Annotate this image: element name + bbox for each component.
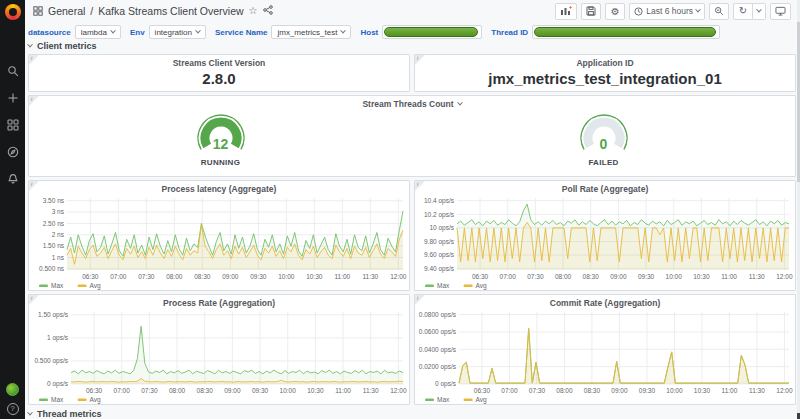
- process-latency-chart[interactable]: 3.50 ns3 ns2.50 ns2 ns1.50 ns1 ns0.500 n…: [29, 194, 409, 292]
- svg-text:10:00: 10:00: [666, 387, 683, 394]
- top-nav: General / Kafka Streams Client Overview …: [25, 0, 797, 22]
- svg-text:09:00: 09:00: [224, 387, 241, 394]
- svg-text:08:30: 08:30: [583, 273, 600, 280]
- svg-text:07:00: 07:00: [110, 273, 127, 280]
- row-client-metrics[interactable]: Client metrics: [28, 41, 97, 51]
- panel-title[interactable]: Poll Rate (Aggregate): [415, 184, 795, 194]
- svg-text:10 ops/s: 10 ops/s: [429, 224, 454, 232]
- time-range-picker[interactable]: Last 6 hours: [629, 3, 705, 20]
- variable-label-service-name: Service Name: [215, 28, 267, 37]
- variable-dropdown-env[interactable]: integration: [149, 25, 206, 39]
- svg-text:11:00: 11:00: [335, 387, 351, 394]
- gauge-failed-value: 0: [412, 136, 795, 152]
- thread-id-value-masked: [534, 27, 716, 37]
- zoom-out-icon: [714, 6, 724, 16]
- favorite-star-icon[interactable]: ☆: [249, 6, 258, 16]
- gauge-failed: 0 FAILED: [412, 112, 795, 167]
- panel-streams-client-version: i Streams Client Version 2.8.0: [28, 54, 410, 92]
- chevron-down-icon: [457, 100, 463, 106]
- user-avatar[interactable]: [6, 383, 19, 396]
- panel-title[interactable]: Application ID: [415, 58, 795, 68]
- share-icon[interactable]: [263, 5, 273, 17]
- breadcrumb-section[interactable]: General: [48, 5, 85, 17]
- panel-title[interactable]: Streams Client Version: [29, 58, 409, 68]
- svg-text:Avg: Avg: [90, 396, 101, 404]
- chevron-down-icon: [27, 42, 33, 48]
- svg-text:11:00: 11:00: [721, 273, 737, 280]
- panel-title[interactable]: Stream Threads Count: [29, 99, 795, 109]
- panel-commit-rate: i Commit Rate (Aggregation) 0.0800 ops/s…: [414, 294, 796, 405]
- svg-text:1 ops/s: 1 ops/s: [47, 334, 69, 342]
- panel-title[interactable]: Process Rate (Aggregation): [29, 298, 409, 308]
- panel-poll-rate: i Poll Rate (Aggregate) 10.4 ops/s10.2 o…: [414, 180, 796, 291]
- svg-text:12:00: 12:00: [776, 273, 793, 280]
- svg-text:0.0600 ops/s: 0.0600 ops/s: [419, 328, 457, 336]
- svg-text:0.500 ops/s: 0.500 ops/s: [34, 357, 68, 365]
- svg-text:10:30: 10:30: [306, 273, 323, 280]
- svg-text:0.500 ns: 0.500 ns: [39, 265, 65, 272]
- gauge-failed-label: FAILED: [588, 158, 618, 167]
- svg-text:06:30: 06:30: [472, 273, 489, 280]
- explore-compass-icon[interactable]: [6, 145, 19, 158]
- svg-text:10:00: 10:00: [280, 387, 297, 394]
- left-sidebar: ?: [0, 0, 25, 419]
- svg-text:0 ops/s: 0 ops/s: [47, 380, 69, 388]
- refresh-interval-dropdown[interactable]: [753, 3, 766, 20]
- alerting-bell-icon[interactable]: [6, 172, 19, 185]
- svg-text:Max: Max: [437, 282, 450, 289]
- grafana-logo-icon[interactable]: [5, 4, 21, 20]
- svg-text:07:00: 07:00: [500, 273, 517, 280]
- chevron-down-icon: [27, 410, 33, 416]
- variable-label-env: Env: [130, 28, 145, 37]
- create-plus-icon[interactable]: [6, 91, 19, 104]
- poll-rate-chart[interactable]: 10.4 ops/s10.2 ops/s10 ops/s9.80 ops/s9.…: [415, 194, 795, 292]
- variable-dropdown-service-name[interactable]: jmx_metrics_test: [271, 25, 351, 39]
- row-title: Client metrics: [37, 41, 97, 51]
- variable-dropdown-host[interactable]: [382, 25, 482, 39]
- svg-text:10.2 ops/s: 10.2 ops/s: [424, 211, 455, 219]
- add-panel-button[interactable]: [555, 3, 577, 20]
- svg-text:10.4 ops/s: 10.4 ops/s: [424, 197, 455, 205]
- svg-text:9.60 ops/s: 9.60 ops/s: [424, 251, 455, 259]
- help-icon[interactable]: ?: [7, 403, 19, 415]
- svg-text:12:00: 12:00: [390, 273, 407, 280]
- svg-text:9.80 ops/s: 9.80 ops/s: [424, 238, 455, 246]
- svg-text:09:30: 09:30: [252, 387, 269, 394]
- variable-label-thread-id: Thread ID: [491, 28, 528, 37]
- gauge-running: 12 RUNNING: [29, 112, 412, 167]
- svg-text:08:00: 08:00: [166, 273, 183, 280]
- page-title: Kafka Streams Client Overview: [98, 5, 243, 17]
- dashboards-grid-icon[interactable]: [6, 118, 19, 131]
- svg-text:07:30: 07:30: [529, 387, 546, 394]
- variable-label-host: Host: [360, 28, 378, 37]
- dashboard-settings-button[interactable]: ⚙: [605, 3, 625, 20]
- svg-text:Max: Max: [51, 282, 64, 289]
- row-thread-metrics[interactable]: Thread metrics: [28, 409, 102, 419]
- variable-dropdown-thread-id[interactable]: [532, 25, 720, 39]
- svg-text:11:30: 11:30: [362, 273, 378, 280]
- svg-text:Avg: Avg: [476, 282, 487, 290]
- save-dashboard-button[interactable]: [581, 3, 601, 20]
- svg-text:2 ns: 2 ns: [52, 231, 65, 238]
- dashboard-grid-icon: [33, 6, 43, 16]
- variable-value: lambda: [81, 28, 107, 37]
- variable-dropdown-datasource[interactable]: lambda: [75, 25, 121, 39]
- cycle-view-mode-button[interactable]: [770, 3, 791, 20]
- svg-text:10:00: 10:00: [666, 273, 683, 280]
- svg-text:11:30: 11:30: [363, 387, 379, 394]
- commit-rate-chart[interactable]: 0.0800 ops/s0.0600 ops/s0.0400 ops/s0.02…: [415, 308, 795, 406]
- process-rate-chart[interactable]: 1.50 ops/s1 ops/s0.500 ops/s0 ops/s06:30…: [29, 308, 409, 406]
- svg-text:11:30: 11:30: [749, 387, 765, 394]
- search-icon[interactable]: [6, 64, 19, 77]
- svg-text:07:30: 07:30: [138, 273, 155, 280]
- refresh-button[interactable]: ↻: [733, 3, 753, 20]
- variable-label-datasource: datasource: [28, 28, 71, 37]
- panel-title[interactable]: Commit Rate (Aggregation): [415, 298, 795, 308]
- gear-icon: ⚙: [611, 6, 620, 17]
- svg-text:2.50 ns: 2.50 ns: [43, 220, 65, 227]
- svg-text:1.50 ops/s: 1.50 ops/s: [38, 311, 69, 319]
- svg-text:12:00: 12:00: [390, 387, 407, 394]
- zoom-out-time-button[interactable]: [709, 3, 729, 20]
- panel-title[interactable]: Process latency (Aggregate): [29, 184, 409, 194]
- svg-text:1 ns: 1 ns: [52, 254, 65, 261]
